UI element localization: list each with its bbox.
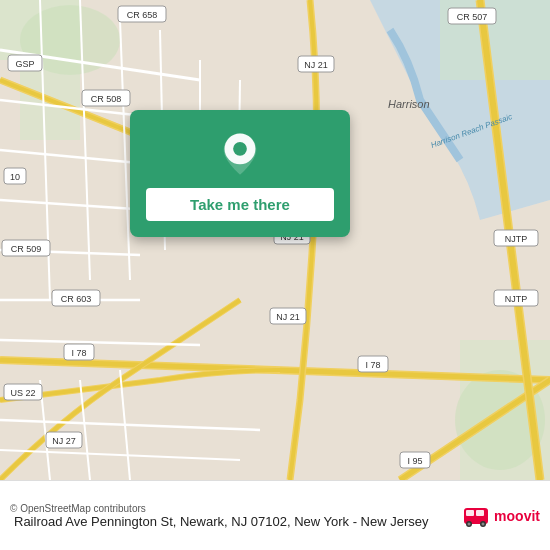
svg-text:I 95: I 95 <box>407 456 422 466</box>
svg-text:10: 10 <box>10 172 20 182</box>
svg-point-73 <box>482 522 485 525</box>
svg-text:CR 509: CR 509 <box>11 244 42 254</box>
map-container[interactable]: CR 658 CR 507 GSP 10 CR 508 CR 509 CR 60… <box>0 0 550 480</box>
svg-text:CR 508: CR 508 <box>91 94 122 104</box>
svg-text:US 22: US 22 <box>10 388 35 398</box>
svg-text:CR 658: CR 658 <box>127 10 158 20</box>
map-pin-icon <box>216 130 264 178</box>
svg-point-72 <box>468 522 471 525</box>
svg-text:Harrison: Harrison <box>388 98 430 110</box>
copyright-text: © OpenStreetMap contributors <box>10 503 454 514</box>
take-me-there-button[interactable]: Take me there <box>146 188 334 221</box>
svg-text:NJ 21: NJ 21 <box>304 60 328 70</box>
map-background: CR 658 CR 507 GSP 10 CR 508 CR 509 CR 60… <box>0 0 550 480</box>
svg-rect-69 <box>476 510 484 516</box>
moovit-brand-label: moovit <box>494 508 540 524</box>
svg-text:NJ 21: NJ 21 <box>276 312 300 322</box>
svg-rect-68 <box>466 510 474 516</box>
svg-text:GSP: GSP <box>15 59 34 69</box>
location-card: Take me there <box>130 110 350 237</box>
svg-text:CR 603: CR 603 <box>61 294 92 304</box>
svg-text:NJTP: NJTP <box>505 294 528 304</box>
bottom-bar: © OpenStreetMap contributors Railroad Av… <box>0 480 550 550</box>
svg-point-66 <box>233 142 247 156</box>
svg-text:NJ 27: NJ 27 <box>52 436 76 446</box>
svg-text:CR 507: CR 507 <box>457 12 488 22</box>
moovit-logo: moovit <box>462 502 540 530</box>
svg-text:NJTP: NJTP <box>505 234 528 244</box>
svg-text:I 78: I 78 <box>365 360 380 370</box>
moovit-icon <box>462 502 490 530</box>
svg-text:I 78: I 78 <box>71 348 86 358</box>
address-text: Railroad Ave Pennington St, Newark, NJ 0… <box>10 514 454 529</box>
